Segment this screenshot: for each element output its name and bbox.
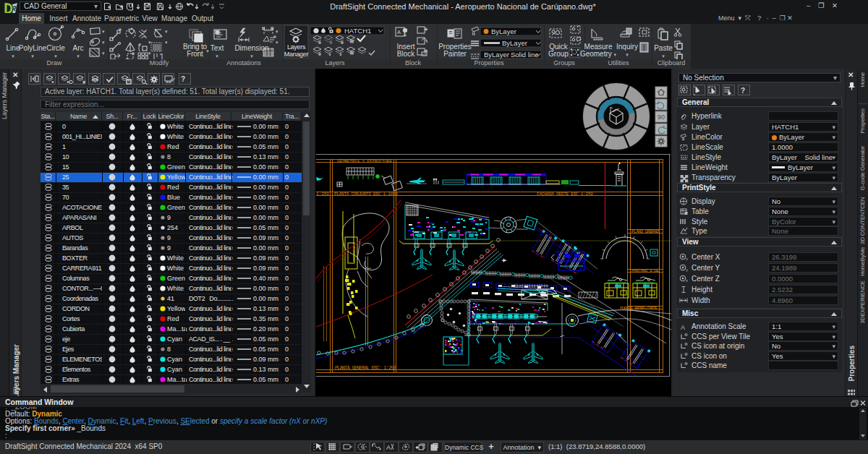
svg-text:?: ? [181, 75, 185, 83]
svg-text:y: y [686, 267, 688, 272]
svg-text:A: A [397, 29, 401, 35]
svg-text:Solid line: Solid line [511, 51, 539, 59]
svg-text:ByLayer: ByLayer [484, 51, 509, 59]
svg-text:+0: +0 [422, 53, 427, 56]
svg-text:ByLayer: ByLayer [502, 39, 527, 47]
svg-text:PANTANO S-GE: PANTANO S-GE [631, 268, 659, 273]
svg-text:z: z [686, 278, 688, 283]
svg-text:A: A [681, 324, 685, 331]
svg-text:HATCH1: HATCH1 [344, 27, 371, 35]
svg-text:ByLayer: ByLayer [491, 27, 516, 35]
svg-text:x: x [686, 257, 688, 261]
svg-text:?: ? [741, 87, 745, 95]
svg-text:GEOMETRIA Y ESTRUCTURA: GEOMETRIA Y ESTRUCTURA [337, 159, 392, 164]
svg-text:PLANTA CONJUNTO ESC 1:1000: PLANTA CONJUNTO ESC 1:1000 [334, 192, 398, 197]
svg-text:90: 90 [658, 113, 665, 121]
svg-text:1:250: 1:250 [316, 192, 329, 197]
svg-text:PLANTA GENERAL ESC: 1:250: PLANTA GENERAL ESC: 1:250 [335, 365, 396, 371]
svg-text:A: A [386, 444, 391, 451]
svg-text:PLANO URBANO: PLANO URBANO [631, 229, 659, 234]
svg-text:FACHADA OESTE ESC 1:250: FACHADA OESTE ESC 1:250 [537, 192, 593, 197]
